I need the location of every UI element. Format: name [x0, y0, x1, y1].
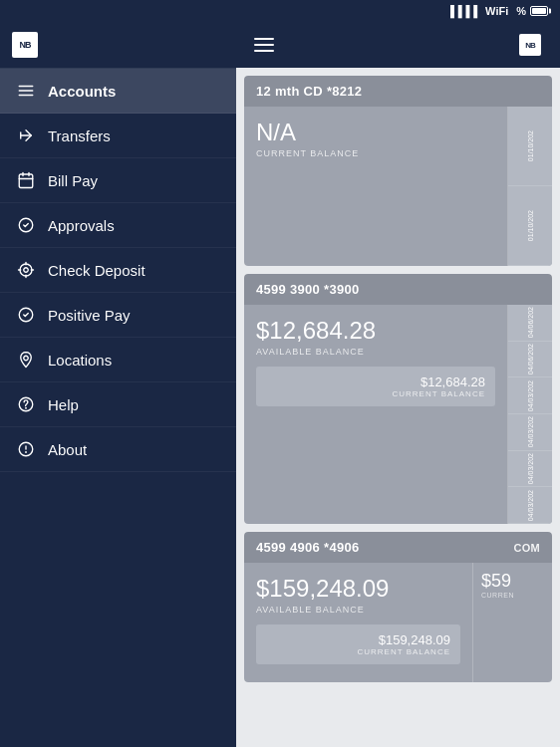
account-current-label: CURRENT BALANCE — [256, 148, 495, 158]
account-title: 4599 3900 *3900 — [256, 282, 360, 297]
account-body: N/A CURRENT BALANCE 01/10/20201/10/202 — [244, 107, 552, 266]
sidebar-item-label: Transfers — [48, 127, 111, 144]
sidebar-item-label: Accounts — [48, 83, 116, 100]
sidebar-item-locations[interactable]: Locations — [0, 338, 236, 382]
account-header: 4599 3900 *3900 — [244, 274, 552, 305]
sidebar-item-help[interactable]: Help — [0, 382, 236, 427]
help-icon — [16, 394, 36, 414]
account-header: 12 mth CD *8212 — [244, 76, 552, 107]
svg-rect-5 — [19, 174, 33, 188]
date-item: 04/03/202 — [508, 487, 552, 524]
sidebar-item-label: Bill Pay — [48, 172, 98, 189]
check-circle-icon — [16, 215, 36, 235]
split-amount: $59 — [481, 571, 544, 592]
account-split-label: COM — [513, 542, 540, 554]
wifi-icon: WiFi — [485, 5, 508, 17]
sidebar-item-accounts[interactable]: Accounts — [0, 69, 236, 114]
account-card-acct-3900[interactable]: 4599 3900 *3900 $12,684.28 AVAILABLE BAL… — [244, 274, 552, 524]
sidebar-item-label: Check Deposit — [48, 262, 145, 279]
svg-point-17 — [24, 356, 29, 361]
sidebar-item-label: About — [48, 441, 87, 458]
date-item: 04/03/202 — [508, 451, 552, 488]
date-item: 04/06/202 — [508, 342, 552, 378]
top-logo-icon: NB — [519, 34, 541, 56]
list-icon — [16, 81, 36, 101]
pin-icon — [16, 350, 36, 370]
account-body: $159,248.09 AVAILABLE BALANCE $159,248.0… — [244, 563, 552, 682]
split-curr-label: CURREN — [481, 592, 544, 599]
account-title: 12 mth CD *8212 — [256, 84, 362, 99]
account-current-label: CURRENT BALANCE — [266, 647, 450, 656]
nav-items: Accounts Transfers Bill Pay Approvals Ch… — [0, 69, 236, 472]
sidebar-item-about[interactable]: About — [0, 427, 236, 472]
sidebar-item-label: Approvals — [48, 217, 115, 234]
calendar-icon — [16, 170, 36, 190]
account-card-cd-8212[interactable]: 12 mth CD *8212 N/A CURRENT BALANCE 01/1… — [244, 76, 552, 266]
date-item: 01/10/202 — [508, 186, 552, 266]
account-current-balance: $159,248.09 — [266, 632, 450, 647]
hamburger-line-2 — [254, 44, 274, 46]
hamburger-button[interactable] — [250, 34, 278, 56]
sidebar-item-check-deposit[interactable]: Check Deposit — [0, 248, 236, 293]
account-secondary-box: $159,248.09 CURRENT BALANCE — [256, 624, 460, 664]
account-body: $12,684.28 AVAILABLE BALANCE $12,684.28 … — [244, 305, 552, 524]
account-current-label: CURRENT BALANCE — [266, 389, 485, 398]
accounts-list[interactable]: 12 mth CD *8212 N/A CURRENT BALANCE 01/1… — [236, 68, 560, 747]
account-main: N/A CURRENT BALANCE — [244, 107, 507, 266]
sidebar-item-approvals[interactable]: Approvals — [0, 203, 236, 248]
account-dates: 04/06/20204/06/20204/03/20204/03/20204/0… — [507, 305, 552, 524]
account-title: 4599 4906 *4906 — [256, 540, 360, 555]
sidebar: NB Accounts Transfers Bill Pay Approvals… — [0, 22, 236, 747]
transfer-icon — [16, 125, 36, 145]
date-item: 01/10/202 — [508, 107, 552, 186]
sidebar-header: NB — [0, 22, 236, 69]
svg-point-11 — [24, 268, 29, 273]
account-available-balance: $159,248.09 — [256, 575, 460, 603]
sidebar-item-label: Positive Pay — [48, 307, 131, 324]
sidebar-item-transfers[interactable]: Transfers — [0, 114, 236, 158]
check-circle-icon — [16, 305, 36, 325]
account-split-section: $59 CURREN — [472, 563, 552, 682]
status-indicators: ▌▌▌▌ WiFi % — [450, 5, 548, 17]
signal-strength: ▌▌▌▌ — [450, 5, 481, 17]
top-nav-logo: NB — [519, 34, 546, 56]
sidebar-item-bill-pay[interactable]: Bill Pay — [0, 158, 236, 203]
sidebar-item-positive-pay[interactable]: Positive Pay — [0, 293, 236, 338]
account-header: 4599 4906 *4906 COM — [244, 532, 552, 563]
account-main: $12,684.28 AVAILABLE BALANCE $12,684.28 … — [244, 305, 507, 524]
date-item: 04/06/202 — [508, 305, 552, 342]
camera-icon — [16, 260, 36, 280]
account-current-balance: $12,684.28 — [266, 374, 485, 389]
info-icon — [16, 439, 36, 459]
status-bar: ▌▌▌▌ WiFi % — [0, 0, 560, 22]
account-available-label: AVAILABLE BALANCE — [256, 347, 495, 357]
account-secondary-box: $12,684.28 CURRENT BALANCE — [256, 367, 495, 406]
account-main: $159,248.09 AVAILABLE BALANCE $159,248.0… — [244, 563, 472, 682]
battery-icon — [530, 6, 548, 16]
status-time — [12, 5, 18, 17]
sidebar-item-label: Locations — [48, 352, 112, 369]
sidebar-logo-icon: NB — [12, 32, 38, 58]
account-current-balance: N/A — [256, 119, 495, 146]
account-dates: 01/10/20201/10/202 — [507, 107, 552, 266]
date-item: 04/03/202 — [508, 377, 552, 414]
main-content: NB 12 mth CD *8212 N/A CURRENT BALANCE 0… — [236, 22, 560, 747]
top-nav: NB — [236, 22, 560, 68]
account-card-acct-4906[interactable]: 4599 4906 *4906 COM $159,248.09 AVAILABL… — [244, 532, 552, 682]
hamburger-line-3 — [254, 50, 274, 52]
sidebar-item-label: Help — [48, 396, 79, 413]
date-item: 04/03/202 — [508, 414, 552, 451]
hamburger-line-1 — [254, 38, 274, 40]
svg-point-10 — [20, 264, 32, 276]
account-available-balance: $12,684.28 — [256, 317, 495, 345]
account-available-label: AVAILABLE BALANCE — [256, 605, 460, 615]
